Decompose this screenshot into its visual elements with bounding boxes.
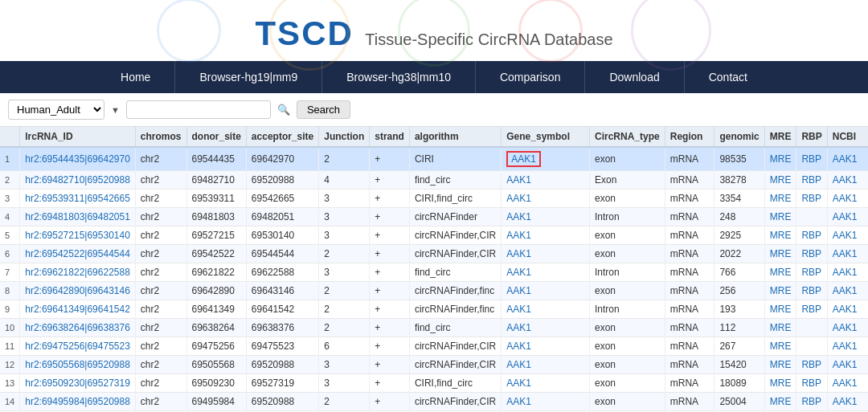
cell-rbp[interactable]: RBP — [796, 393, 827, 411]
cell-num: 12 — [0, 356, 20, 374]
cell-id[interactable]: hr2:69505568|69520988 — [20, 356, 136, 374]
cell-gene[interactable]: AAK1 — [502, 356, 590, 374]
cell-ncbi[interactable]: AAK1 — [827, 171, 868, 190]
cell-ncbi[interactable]: AAK1 — [827, 147, 868, 171]
table-row: 6hr2:69542522|69544544chr269542522695445… — [0, 245, 868, 263]
nav-browser-hg38[interactable]: Browser-hg38|mm10 — [321, 61, 475, 93]
cell-rbp[interactable]: RBP — [796, 282, 827, 300]
cell-rbp[interactable]: RBP — [796, 226, 827, 245]
search-input[interactable]: AAK1 — [126, 100, 271, 119]
nav-comparison[interactable]: Comparison — [475, 61, 584, 93]
cell-id[interactable]: hr2:69482710|69520988 — [20, 171, 136, 190]
search-button-label: Search — [307, 104, 340, 116]
cell-gene[interactable]: AAK1 — [502, 245, 590, 263]
cell-rbp[interactable]: RBP — [796, 356, 827, 374]
cell-gene[interactable]: AAK1 — [502, 171, 590, 190]
nav-home[interactable]: Home — [96, 61, 174, 93]
cell-ncbi[interactable]: AAK1 — [827, 356, 868, 374]
nav-browser-hg19[interactable]: Browser-hg19|mm9 — [174, 61, 321, 93]
cell-mre[interactable]: MRE — [764, 190, 796, 208]
cell-id[interactable]: hr2:69642890|69643146 — [20, 282, 136, 300]
cell-algo: circRNAFinder,CIR — [409, 356, 501, 374]
cell-ncbi[interactable]: AAK1 — [827, 319, 868, 337]
organism-select[interactable]: Human_Adult Human_Fetal Mouse_Adult Mous… — [8, 100, 104, 120]
cell-id[interactable]: hr2:69495984|69520988 — [20, 393, 136, 411]
cell-id[interactable]: hr2:69542522|69544544 — [20, 245, 136, 263]
cell-type: Intron — [590, 263, 665, 282]
table-row: 10hr2:69638264|69638376chr26963826469638… — [0, 319, 868, 337]
cell-gene[interactable]: AAK1 — [502, 263, 590, 282]
cell-rbp[interactable]: RBP — [796, 263, 827, 282]
cell-id[interactable]: hr2:69621822|69622588 — [20, 263, 136, 282]
cell-ncbi[interactable]: AAK1 — [827, 337, 868, 356]
cell-rbp[interactable]: RBP — [796, 374, 827, 393]
cell-id[interactable]: hr2:69641349|69641542 — [20, 300, 136, 319]
cell-rbp[interactable]: RBP — [796, 171, 827, 190]
cell-num: 1 — [0, 147, 20, 171]
cell-ncbi[interactable]: AAK1 — [827, 226, 868, 245]
dropdown-arrow-icon: ▼ — [111, 105, 120, 115]
cell-mre[interactable]: MRE — [764, 319, 796, 337]
cell-region: mRNA — [665, 263, 714, 282]
cell-rbp[interactable]: RBP — [796, 245, 827, 263]
cell-mre[interactable]: MRE — [764, 245, 796, 263]
cell-ncbi[interactable]: AAK1 — [827, 208, 868, 226]
cell-strand: + — [370, 208, 410, 226]
cell-chr: chr2 — [135, 263, 186, 282]
cell-rbp[interactable] — [796, 337, 827, 356]
cell-gene[interactable]: AAK1 — [502, 374, 590, 393]
cell-rbp[interactable] — [796, 208, 827, 226]
cell-mre[interactable]: MRE — [764, 300, 796, 319]
cell-gene[interactable]: AAK1 — [502, 319, 590, 337]
cell-ncbi[interactable]: AAK1 — [827, 190, 868, 208]
cell-mre[interactable]: MRE — [764, 226, 796, 245]
cell-mre[interactable]: MRE — [764, 282, 796, 300]
cell-ncbi[interactable]: AAK1 — [827, 245, 868, 263]
cell-rbp[interactable] — [796, 319, 827, 337]
cell-ncbi[interactable]: AAK1 — [827, 263, 868, 282]
cell-chr: chr2 — [135, 208, 186, 226]
cell-mre[interactable]: MRE — [764, 393, 796, 411]
cell-region: mRNA — [665, 374, 714, 393]
cell-ncbi[interactable]: AAK1 — [827, 282, 868, 300]
cell-ncbi[interactable]: AAK1 — [827, 374, 868, 393]
cell-algo: circRNAFinder,CIR — [409, 245, 501, 263]
cell-type: exon — [590, 190, 665, 208]
cell-gene[interactable]: AAK1 — [502, 393, 590, 411]
cell-mre[interactable]: MRE — [764, 171, 796, 190]
cell-genomic: 2022 — [714, 245, 764, 263]
cell-rbp[interactable]: RBP — [796, 147, 827, 171]
cell-id[interactable]: hr2:69475256|69475523 — [20, 337, 136, 356]
nav-contact[interactable]: Contact — [684, 61, 772, 93]
cell-mre[interactable]: MRE — [764, 374, 796, 393]
cell-id[interactable]: hr2:69544435|69642970 — [20, 147, 136, 171]
cell-gene[interactable]: AAK1 — [502, 282, 590, 300]
cell-mre[interactable]: MRE — [764, 337, 796, 356]
nav-download[interactable]: Download — [584, 61, 683, 93]
cell-id[interactable]: hr2:69638264|69638376 — [20, 319, 136, 337]
cell-mre[interactable]: MRE — [764, 263, 796, 282]
cell-mre[interactable]: MRE — [764, 147, 796, 171]
cell-mre[interactable]: MRE — [764, 356, 796, 374]
cell-mre[interactable]: MRE — [764, 208, 796, 226]
cell-id[interactable]: hr2:69509230|69527319 — [20, 374, 136, 393]
cell-id[interactable]: hr2:69539311|69542665 — [20, 190, 136, 208]
cell-gene[interactable]: AAK1 — [502, 300, 590, 319]
cell-gene[interactable]: AAK1 — [502, 147, 590, 171]
cell-ncbi[interactable]: AAK1 — [827, 393, 868, 411]
cell-id[interactable]: hr2:69481803|69482051 — [20, 208, 136, 226]
cell-rbp[interactable]: RBP — [796, 300, 827, 319]
cell-junction: 3 — [319, 374, 370, 393]
cell-id[interactable]: hr2:69527215|69530140 — [20, 226, 136, 245]
search-button[interactable]: Search — [297, 100, 350, 119]
cell-gene[interactable]: AAK1 — [502, 226, 590, 245]
cell-junction: 3 — [319, 190, 370, 208]
cell-acceptor: 69542665 — [246, 190, 318, 208]
cell-rbp[interactable]: RBP — [796, 190, 827, 208]
cell-gene[interactable]: AAK1 — [502, 208, 590, 226]
cell-ncbi[interactable]: AAK1 — [827, 300, 868, 319]
cell-donor: 69527215 — [186, 226, 246, 245]
cell-gene[interactable]: AAK1 — [502, 190, 590, 208]
cell-gene[interactable]: AAK1 — [502, 337, 590, 356]
cell-num: 10 — [0, 319, 20, 337]
